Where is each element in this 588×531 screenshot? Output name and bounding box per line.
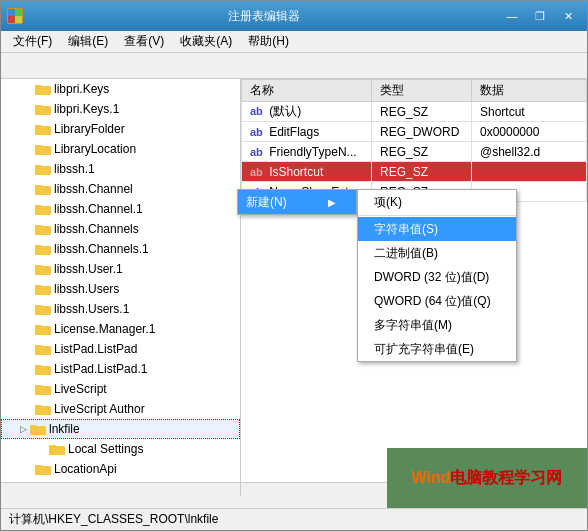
- value-data: [472, 162, 587, 182]
- submenu: 项(K) 字符串值(S) 二进制值(B) DWORD (32 位)值(D) QW…: [357, 189, 517, 362]
- tree-item-label: libpri.Keys: [54, 82, 109, 96]
- tree-item-label: ListPad.ListPad: [54, 342, 137, 356]
- menu-file[interactable]: 文件(F): [5, 31, 60, 52]
- tree-item-libssh-channels[interactable]: libssh.Channels: [1, 219, 240, 239]
- submenu-item-expandstring[interactable]: 可扩充字符串值(E): [358, 337, 516, 361]
- close-button[interactable]: ✕: [555, 5, 581, 27]
- submenu-item-qword-label: QWORD (64 位)值(Q): [374, 293, 491, 310]
- menubar: 文件(F) 编辑(E) 查看(V) 收藏夹(A) 帮助(H): [1, 31, 587, 53]
- svg-rect-29: [35, 325, 42, 328]
- tree-item-listpad[interactable]: ListPad.ListPad: [1, 339, 240, 359]
- tree-item-libssh-users[interactable]: libssh.Users: [1, 279, 240, 299]
- svg-rect-13: [35, 165, 42, 168]
- folder-icon: [49, 443, 65, 455]
- expand-arrow: [21, 142, 35, 156]
- tree-item-livescript-author[interactable]: LiveScript Author: [1, 399, 240, 419]
- tree-item-label: libssh.Channels.1: [54, 242, 149, 256]
- watermark: Wind电脑教程学习网: [387, 448, 587, 508]
- expand-arrow: [21, 182, 35, 196]
- svg-rect-31: [35, 345, 42, 348]
- menu-view[interactable]: 查看(V): [116, 31, 172, 52]
- folder-icon: [35, 363, 51, 375]
- svg-rect-15: [35, 185, 42, 188]
- submenu-item-dword[interactable]: DWORD (32 位)值(D): [358, 265, 516, 289]
- svg-rect-23: [35, 265, 42, 268]
- value-name: ab IsShortcut: [242, 162, 372, 182]
- registry-tree[interactable]: libpri.Keys libpri.Keys.1 LibraryFolder: [1, 79, 241, 482]
- folder-icon: [35, 343, 51, 355]
- folder-icon: [35, 303, 51, 315]
- svg-rect-9: [35, 125, 42, 128]
- svg-rect-37: [35, 405, 42, 408]
- value-data: @shell32.d: [472, 142, 587, 162]
- expand-arrow: [21, 302, 35, 316]
- tree-item-label: Local Settings: [68, 442, 143, 456]
- tree-item-libssh-user[interactable]: libssh.User.1: [1, 259, 240, 279]
- value-type-icon: ab: [250, 105, 263, 117]
- svg-rect-39: [30, 425, 37, 428]
- submenu-item-key-label: 项(K): [374, 194, 402, 211]
- folder-icon: [35, 403, 51, 415]
- submenu-item-binary[interactable]: 二进制值(B): [358, 241, 516, 265]
- folder-icon: [35, 83, 51, 95]
- restore-button[interactable]: ❐: [527, 5, 553, 27]
- value-name: ab (默认): [242, 102, 372, 122]
- tree-item-label: License.Manager.1: [54, 322, 155, 336]
- expand-arrow: ▷: [16, 422, 30, 436]
- svg-rect-33: [35, 365, 42, 368]
- tree-item-libssh-users1[interactable]: libssh.Users.1: [1, 299, 240, 319]
- folder-icon: [35, 123, 51, 135]
- col-type: 类型: [372, 80, 472, 102]
- value-type-icon: ab: [250, 126, 263, 138]
- menu-favorites[interactable]: 收藏夹(A): [172, 31, 240, 52]
- svg-rect-1: [15, 9, 22, 16]
- tree-item-librarylocation[interactable]: LibraryLocation: [1, 139, 240, 159]
- tree-item-livescript[interactable]: LiveScript: [1, 379, 240, 399]
- submenu-item-qword[interactable]: QWORD (64 位)值(Q): [358, 289, 516, 313]
- submenu-item-string[interactable]: 字符串值(S): [358, 217, 516, 241]
- tree-item-libssh-channel[interactable]: libssh.Channel: [1, 179, 240, 199]
- tree-item-license-manager[interactable]: License.Manager.1: [1, 319, 240, 339]
- tree-hscroll[interactable]: [1, 483, 241, 496]
- watermark-text: Wind电脑教程学习网: [412, 468, 563, 489]
- value-type-icon: ab: [250, 166, 263, 178]
- svg-rect-35: [35, 385, 42, 388]
- folder-icon: [35, 203, 51, 215]
- tree-item-listpad1[interactable]: ListPad.ListPad.1: [1, 359, 240, 379]
- value-data: 0x0000000: [472, 122, 587, 142]
- folder-icon: [35, 103, 51, 115]
- value-type: REG_SZ: [372, 142, 472, 162]
- tree-item-libssh-channels1[interactable]: libssh.Channels.1: [1, 239, 240, 259]
- tree-item-libpri-keys1[interactable]: libpri.Keys.1: [1, 99, 240, 119]
- submenu-item-multistring[interactable]: 多字符串值(M): [358, 313, 516, 337]
- context-menu-new[interactable]: 新建(N) ▶: [238, 190, 356, 214]
- toolbar: [1, 53, 587, 79]
- minimize-button[interactable]: —: [499, 5, 525, 27]
- submenu-item-expandstring-label: 可扩充字符串值(E): [374, 341, 474, 358]
- tree-item-locationapi[interactable]: LocationApi: [1, 459, 240, 479]
- value-type: REG_SZ: [372, 162, 472, 182]
- menu-edit[interactable]: 编辑(E): [60, 31, 116, 52]
- table-row[interactable]: ab FriendlyTypeN... REG_SZ @shell32.d: [242, 142, 587, 162]
- folder-icon: [35, 463, 51, 475]
- table-row-isshortcut[interactable]: ab IsShortcut REG_SZ: [242, 162, 587, 182]
- expand-arrow: [21, 402, 35, 416]
- tree-item-label: LibraryFolder: [54, 122, 125, 136]
- table-row[interactable]: ab (默认) REG_SZ Shortcut: [242, 102, 587, 122]
- tree-item-libssh-channel1[interactable]: libssh.Channel.1: [1, 199, 240, 219]
- expand-arrow: [21, 242, 35, 256]
- window-title: 注册表编辑器: [29, 8, 499, 25]
- tree-item-label: libssh.1: [54, 162, 95, 176]
- submenu-item-key[interactable]: 项(K): [358, 190, 516, 214]
- menu-help[interactable]: 帮助(H): [240, 31, 297, 52]
- tree-item-libraryfolder[interactable]: LibraryFolder: [1, 119, 240, 139]
- tree-item-locationapi1[interactable]: LocationApi.1: [1, 479, 240, 482]
- tree-item-local-settings[interactable]: Local Settings: [1, 439, 240, 459]
- tree-item-lnkfile[interactable]: ▷ lnkfile: [1, 419, 240, 439]
- app-icon: [7, 8, 23, 24]
- expand-arrow: [21, 122, 35, 136]
- tree-item-libssh1[interactable]: libssh.1: [1, 159, 240, 179]
- table-row[interactable]: ab EditFlags REG_DWORD 0x0000000: [242, 122, 587, 142]
- svg-rect-41: [49, 445, 56, 448]
- tree-item-libpri-keys[interactable]: libpri.Keys: [1, 79, 240, 99]
